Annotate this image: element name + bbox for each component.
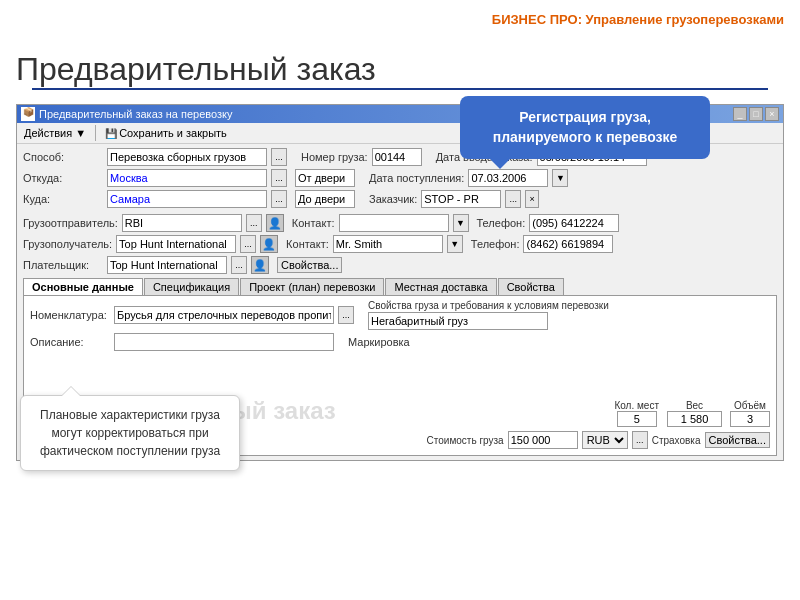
brand-title: БИЗНЕС ПРО: Управление грузоперевозками [492, 8, 784, 27]
nomenclature-label: Номенклатура: [30, 309, 110, 321]
customer-clear[interactable]: × [525, 190, 539, 208]
sender-contact-label: Контакт: [292, 217, 335, 229]
to-label: Куда: [23, 193, 103, 205]
tab-specification[interactable]: Спецификация [144, 278, 239, 295]
row-from: Откуда: ... Дата поступления: ▼ [23, 169, 777, 187]
tab-properties[interactable]: Свойства [498, 278, 564, 295]
date-receive-label: Дата поступления: [369, 172, 464, 184]
date-receive-browse[interactable]: ▼ [552, 169, 568, 187]
volume-stat: Объём [730, 400, 770, 427]
volume-input[interactable] [730, 411, 770, 427]
page-main-title: Предварительный заказ [16, 51, 784, 88]
properties-input[interactable] [368, 312, 548, 330]
main-area: Регистрация груза, планируемого к перево… [0, 104, 800, 461]
to-input[interactable] [107, 190, 267, 208]
payer-properties-button[interactable]: Свойства... [277, 257, 342, 273]
marking-label: Маркировка [348, 336, 410, 348]
sender-contact-input[interactable] [339, 214, 449, 232]
weight-label: Вес [686, 400, 703, 411]
description-label: Описание: [30, 336, 110, 348]
window-icon: 📦 [21, 107, 35, 121]
currency-select[interactable]: RUB USD EUR [582, 431, 628, 449]
payer-browse[interactable]: ... [231, 256, 247, 274]
insurance-btn-label: Свойства... [709, 434, 766, 446]
receiver-contact-icon[interactable]: 👤 [260, 235, 278, 253]
tab-local-delivery[interactable]: Местная доставка [385, 278, 496, 295]
nomenclature-row: Номенклатура: ... Свойства груза и требо… [30, 300, 770, 330]
cost-input[interactable] [508, 431, 578, 449]
date-receive-input[interactable] [468, 169, 548, 187]
customer-input[interactable] [421, 190, 501, 208]
row-to: Куда: ... Заказчик: ... × [23, 190, 777, 208]
sender-phone-label: Телефон: [477, 217, 526, 229]
save-close-button[interactable]: 💾 Сохранить и закрыть [102, 126, 230, 140]
nomenclature-browse[interactable]: ... [338, 306, 354, 324]
tab-main-data[interactable]: Основные данные [23, 278, 143, 295]
callout-registration: Регистрация груза, планируемого к перево… [460, 96, 710, 159]
receiver-browse[interactable]: ... [240, 235, 256, 253]
save-close-label: Сохранить и закрыть [119, 127, 227, 139]
receiver-input[interactable] [116, 235, 236, 253]
payer-icon[interactable]: 👤 [251, 256, 269, 274]
titlebar-left: 📦 Предварительный заказ на перевозку [21, 107, 232, 121]
insurance-label: Страховка [652, 435, 701, 446]
receiver-contact-label: Контакт: [286, 238, 329, 250]
insurance-properties-button[interactable]: Свойства... [705, 432, 770, 448]
receiver-contact-browse[interactable]: ▼ [447, 235, 463, 253]
weight-stat: Вес [667, 400, 722, 427]
description-input[interactable] [114, 333, 334, 351]
customer-label: Заказчик: [369, 193, 417, 205]
callout-notice: Плановые характеристики груза могут корр… [20, 395, 240, 471]
maximize-button[interactable]: □ [749, 107, 763, 121]
receiver-label: Грузополучатель: [23, 238, 112, 250]
to-browse[interactable]: ... [271, 190, 287, 208]
cost-label: Стоимость груза [427, 435, 504, 446]
customer-browse[interactable]: ... [505, 190, 521, 208]
brand-part2: Управление грузоперевозками [586, 12, 784, 27]
weight-input[interactable] [667, 411, 722, 427]
sender-contact-icon[interactable]: 👤 [266, 214, 284, 232]
callout-white-text: Плановые характеристики груза могут корр… [40, 408, 220, 458]
receiver-phone-input[interactable] [523, 235, 613, 253]
volume-label: Объём [734, 400, 766, 411]
order-input[interactable] [372, 148, 422, 166]
from-input[interactable] [107, 169, 267, 187]
sender-input[interactable] [122, 214, 242, 232]
method-label: Способ: [23, 151, 103, 163]
receiver-phone-label: Телефон: [471, 238, 520, 250]
description-row: Описание: Маркировка [30, 333, 770, 351]
sender-phone-input[interactable] [529, 214, 619, 232]
row-sender: Грузоотправитель: ... 👤 Контакт: ▼ Телеф… [23, 214, 777, 232]
from-door-input[interactable] [295, 169, 355, 187]
places-input[interactable] [617, 411, 657, 427]
properties-group-label: Свойства груза и требования к условиям п… [368, 300, 609, 311]
places-stat: Кол. мест [614, 400, 659, 427]
from-browse[interactable]: ... [271, 169, 287, 187]
close-button[interactable]: × [765, 107, 779, 121]
header-divider [32, 88, 768, 90]
sender-browse[interactable]: ... [246, 214, 262, 232]
window-title: Предварительный заказ на перевозку [39, 108, 232, 120]
minimize-button[interactable]: _ [733, 107, 747, 121]
payer-btn-label: Свойства... [281, 259, 338, 271]
actions-button[interactable]: Действия ▼ [21, 126, 89, 140]
receiver-contact-input[interactable] [333, 235, 443, 253]
sender-label: Грузоотправитель: [23, 217, 118, 229]
from-label: Откуда: [23, 172, 103, 184]
brand-part1: БИЗНЕС ПРО: [492, 12, 586, 27]
currency-browse[interactable]: ... [632, 431, 648, 449]
places-label: Кол. мест [614, 400, 659, 411]
window-controls: _ □ × [733, 107, 779, 121]
callout-blue-text: Регистрация груза, планируемого к перево… [493, 109, 678, 145]
row-payer: Плательщик: ... 👤 Свойства... [23, 256, 777, 274]
sender-contact-browse[interactable]: ▼ [453, 214, 469, 232]
payer-label: Плательщик: [23, 259, 103, 271]
cost-row: Стоимость груза RUB USD EUR ... Страховк… [427, 431, 770, 449]
payer-input[interactable] [107, 256, 227, 274]
row-receiver: Грузополучатель: ... 👤 Контакт: ▼ Телефо… [23, 235, 777, 253]
to-door-input[interactable] [295, 190, 355, 208]
tab-plan[interactable]: Проект (план) перевозки [240, 278, 384, 295]
nomenclature-input[interactable] [114, 306, 334, 324]
method-input[interactable] [107, 148, 267, 166]
method-browse[interactable]: ... [271, 148, 287, 166]
